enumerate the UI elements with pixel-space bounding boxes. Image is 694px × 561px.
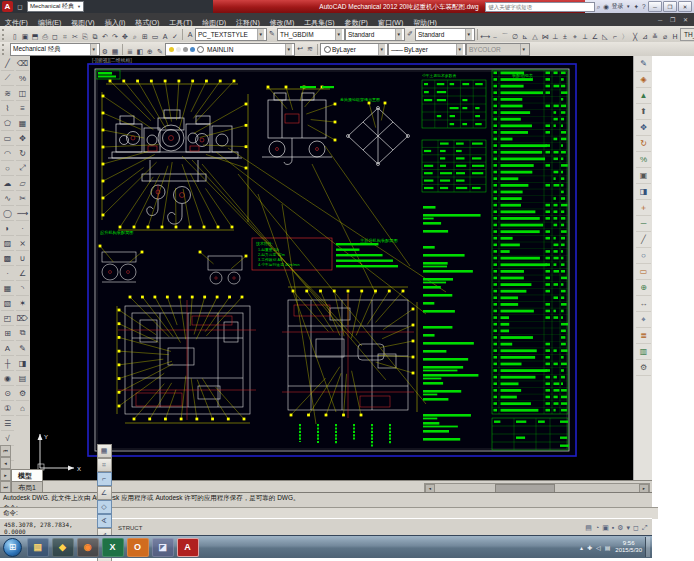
multiline-icon[interactable]: ≋	[1, 86, 14, 101]
color-combo[interactable]: ByLayer▼	[320, 43, 388, 56]
power-copy-icon[interactable]: ⧉	[16, 326, 29, 341]
polygon-icon[interactable]: ⬠	[1, 116, 14, 131]
taskbar-clock[interactable]: 9:56 2015/5/30	[615, 540, 642, 554]
drawing-canvas[interactable]: [-][俯视][二维线框]	[30, 56, 633, 480]
annotation-scale-icon[interactable]: ◔	[595, 524, 599, 531]
menu-item-9[interactable]: 修改(M)	[265, 19, 300, 26]
table-icon[interactable]: ⊞	[1, 326, 14, 341]
multiline-text-icon[interactable]: A	[1, 341, 14, 356]
trim-tool-icon[interactable]: ─	[636, 216, 651, 232]
layer-previous-icon[interactable]: ↩	[295, 44, 305, 55]
explorer-taskbar-icon[interactable]: ▤	[27, 538, 49, 557]
extend-tool-icon[interactable]: ╱	[636, 232, 651, 248]
menu-item-1[interactable]: 文件(F)	[0, 19, 33, 26]
detail-view-icon[interactable]: ⬆	[636, 104, 651, 120]
power-edit-icon[interactable]: ✎	[16, 341, 29, 356]
join-tool-icon[interactable]: ↔	[636, 296, 651, 312]
power-dim-style-combo[interactable]: Standard▼	[345, 28, 405, 41]
viewport-controls[interactable]: [-][俯视][二维线框]	[92, 57, 133, 64]
close-button[interactable]: ✕	[678, 1, 692, 12]
stretch-icon[interactable]: ▱	[16, 176, 29, 191]
first-tab-button[interactable]: ⏮	[0, 445, 11, 457]
parts-list-icon[interactable]: ☰	[1, 416, 14, 431]
offset-tool-icon[interactable]: ＋	[636, 200, 651, 216]
workspace-switching-icon[interactable]: ⚙	[617, 524, 623, 532]
toggle-grid[interactable]: ⌗	[97, 458, 112, 472]
exchange-apps-icon[interactable]: ✦	[633, 3, 638, 11]
toggle-ortho[interactable]: ⌐	[97, 472, 112, 486]
symmetry-tool-icon[interactable]: ▣	[636, 168, 651, 184]
performance-icon[interactable]: ◻	[633, 524, 639, 532]
restore-button[interactable]: ❐	[663, 1, 677, 12]
clean-screen-icon[interactable]: ⤢	[642, 524, 648, 532]
detail-view-icon[interactable]: ◉	[1, 371, 14, 386]
associative-hide-icon[interactable]: ▤	[16, 371, 29, 386]
symbol-style-icon[interactable]: ✐	[405, 28, 415, 40]
excel-taskbar-icon[interactable]: X	[102, 538, 124, 557]
layer-control-icon[interactable]: ≣	[636, 328, 651, 344]
toggle-osnap[interactable]: ◇	[97, 500, 112, 514]
security-app-taskbar-icon[interactable]: ◆	[52, 538, 74, 557]
media-app-taskbar-icon[interactable]: ◉	[77, 538, 99, 557]
menu-item-4[interactable]: 插入(I)	[100, 19, 131, 26]
rotate-icon[interactable]: ↻	[16, 146, 29, 161]
menu-item-3[interactable]: 视图(V)	[66, 19, 99, 26]
show-desktop-button[interactable]	[645, 537, 650, 557]
measure-tool-icon[interactable]: ⌖	[636, 312, 651, 328]
cad-drawing-svg[interactable]: [-][俯视][二维线框]	[30, 56, 633, 480]
annotation-visibility-icon[interactable]: ▣	[602, 524, 609, 532]
menu-item-12[interactable]: 窗口(W)	[373, 19, 408, 26]
mdi-window-controls[interactable]: ─ ❐ ✕	[658, 13, 691, 26]
extend-icon[interactable]: ⟿	[16, 206, 29, 221]
text-style-combo[interactable]: PC_TEXTSTYLE▼	[195, 28, 267, 41]
break-tool-icon[interactable]: ⊕	[636, 280, 651, 296]
copy-object-icon[interactable]: %	[16, 71, 29, 86]
move-icon[interactable]: ✥	[16, 131, 29, 146]
power-view-icon[interactable]: ▲	[636, 88, 651, 104]
make-block-icon[interactable]: ▩	[1, 251, 14, 266]
erase-icon[interactable]: ⌫	[16, 56, 29, 71]
point-icon[interactable]: ·	[1, 266, 14, 281]
toggle-snap[interactable]: ▦	[97, 444, 112, 458]
toggle-polar[interactable]: ∠	[97, 486, 112, 500]
ellipse-arc-icon[interactable]: ◗	[1, 221, 14, 236]
chamfer-icon[interactable]: ∠	[16, 266, 29, 281]
break-icon[interactable]: ⨯	[16, 236, 29, 251]
infocenter-search-input[interactable]	[485, 2, 595, 12]
menu-item-5[interactable]: 格式(O)	[130, 19, 164, 26]
rotate-tool-icon[interactable]: %	[636, 152, 651, 168]
gradient-icon[interactable]: ▧	[1, 296, 14, 311]
scale-monitor-icon[interactable]: ✥	[636, 120, 651, 136]
center-mark-icon[interactable]: ⌐	[610, 31, 620, 43]
surface-texture-icon[interactable]: √	[1, 431, 14, 446]
trim-icon[interactable]: ✂	[16, 191, 29, 206]
break-at-point-icon[interactable]: ·	[16, 221, 29, 236]
shaft-generator-icon[interactable]: ⌂	[16, 401, 29, 416]
array-tool-icon[interactable]: ◨	[636, 184, 651, 200]
mirror-icon[interactable]: ◫	[16, 86, 29, 101]
zoom-previous-icon[interactable]: A	[160, 31, 170, 43]
centerline-icon[interactable]: ┼	[1, 356, 14, 371]
show-hidden-icon[interactable]: ▴	[580, 544, 583, 551]
dim-style-icon[interactable]: ✎	[267, 28, 277, 40]
menu-item-11[interactable]: 参数(P)	[340, 19, 373, 26]
power-edit-icon[interactable]: ✎	[636, 56, 651, 72]
polyline-icon[interactable]: ⌇	[1, 101, 14, 116]
rectangle-icon[interactable]: ▭	[1, 131, 14, 146]
library-tool-icon[interactable]: ▥	[636, 344, 651, 360]
symbol-style-combo[interactable]: Standard▼	[415, 28, 475, 41]
offset-icon[interactable]: ≡	[16, 101, 29, 116]
chevron-down-icon[interactable]: ▼	[626, 4, 630, 9]
menu-item-13[interactable]: 帮助(H)	[408, 19, 442, 26]
spline-icon[interactable]: ∿	[1, 191, 14, 206]
menu-item-10[interactable]: 工具集(S)	[299, 19, 339, 26]
hatch-icon[interactable]: ▦	[1, 281, 14, 296]
dim-style-combo[interactable]: TH_GBDIM▼	[277, 28, 345, 41]
search-icon[interactable]: ⌕	[597, 3, 601, 11]
ellipse-icon[interactable]: ◯	[1, 206, 14, 221]
help-icon[interactable]: ?	[642, 3, 646, 10]
signin-label[interactable]: 登录	[611, 2, 623, 11]
layer-lock-icon[interactable]	[183, 47, 188, 52]
auto-annotation-icon[interactable]: ▪	[612, 524, 614, 531]
power-erase-icon[interactable]: ⌦	[16, 311, 29, 326]
